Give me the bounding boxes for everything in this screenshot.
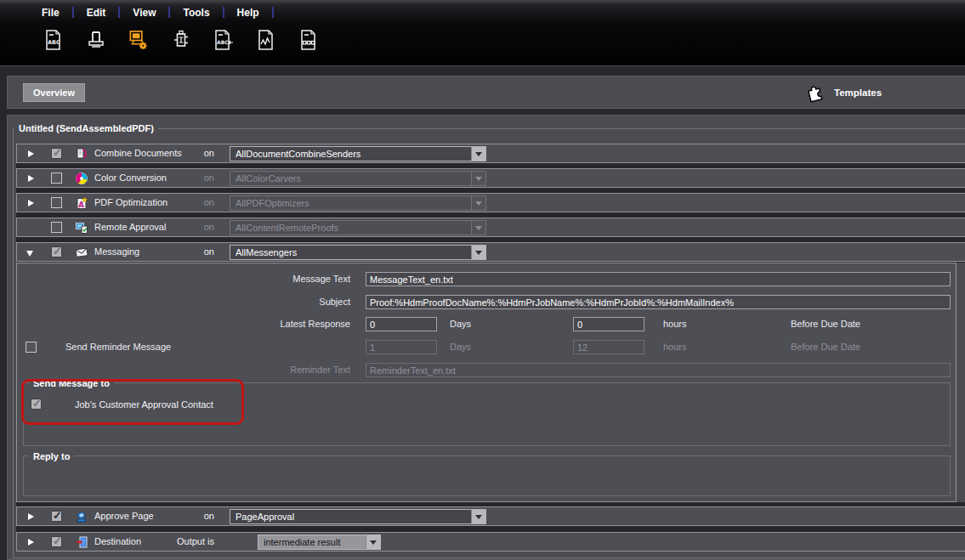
dropdown-value: intermediate result [264,535,341,549]
engine-icon [170,28,192,52]
toolbar-button-printer[interactable] [85,27,107,53]
destination-checkbox[interactable] [51,536,62,547]
combine-documents-dropdown[interactable]: AllDocumentCombineSenders [230,146,486,161]
templates-button[interactable]: Templates [803,80,882,105]
toolbar-button-workstation-settings[interactable] [128,27,150,53]
toolbar-button-document-signature[interactable] [255,27,277,53]
combine-documents-checkbox[interactable] [51,148,62,159]
reminder-days-input[interactable] [366,340,437,354]
toolbar-button-document-abc-input[interactable]: ABC [213,27,235,53]
expand-arrow-icon[interactable] [28,513,34,520]
latest-response-suffix: Before Due Date [791,317,860,331]
menu-separator [272,7,274,18]
toolbar-button-document-sequence[interactable] [298,27,320,53]
row-relation: on [153,144,214,162]
dropdown-arrow-icon[interactable] [471,196,485,210]
menu-separator [168,7,170,18]
menu-file[interactable]: File [39,7,62,19]
puzzle-icon [803,80,827,105]
menu-edit[interactable]: Edit [84,7,109,19]
combine-documents-icon [75,147,88,161]
header-band: Overview Templates [7,76,965,109]
menu-help[interactable]: Help [235,7,262,19]
document-abc-icon: ABC [43,28,65,52]
row-relation: on [153,507,214,525]
row-combine-documents: Combine Documents on AllDocumentCombineS… [16,144,965,163]
remote-approval-checkbox[interactable] [51,222,62,233]
dropdown-value: AllPDFOptimizers [236,196,309,210]
dropdown-arrow-icon[interactable] [471,147,485,161]
reply-to-group: Reply to [23,455,951,496]
latest-response-days-input[interactable] [366,317,437,331]
messaging-icon [75,246,88,259]
dropdown-arrow-icon[interactable] [471,510,485,523]
overview-button[interactable]: Overview [23,83,85,102]
menu-tools[interactable]: Tools [180,7,212,19]
toolbar: ABC [43,27,320,53]
menu-separator [223,7,224,18]
row-label: Destination [94,533,141,551]
dropdown-arrow-icon[interactable] [471,172,485,185]
expand-arrow-icon[interactable] [28,150,34,157]
row-color-conversion: Color Conversion on AllColorCarvers [16,168,965,188]
color-conversion-dropdown[interactable]: AllColorCarvers [230,171,486,186]
row-relation: on [153,169,214,187]
svg-text:ABC: ABC [48,39,60,46]
pdf-optimization-icon: A [75,196,88,210]
send-reminder-label: Send Reminder Message [65,340,171,354]
application-window: { "menu": { "items": [ {"label": "File"}… [0,0,965,560]
customer-approval-contact-checkbox[interactable] [31,399,42,410]
message-text-label: Message Text [187,272,350,286]
expand-arrow-icon[interactable] [28,175,34,182]
expand-arrow-icon[interactable] [28,200,34,206]
reminder-days-unit: Days [450,340,471,354]
destination-output-dropdown[interactable]: intermediate result [258,535,381,550]
reminder-text-input[interactable] [366,363,951,377]
dropdown-value: AllDocumentCombineSenders [236,147,360,161]
reminder-hours-unit: hours [663,340,687,354]
pdf-optimization-dropdown[interactable]: AllPDFOptimizers [230,195,486,211]
row-label: Approve Page [94,507,154,525]
reminder-text-label: Reminder Text [187,363,350,377]
customer-approval-contact-label: Job's Customer Approval Contact [75,398,213,411]
row-relation: on [153,194,214,212]
menu-bar: File Edit View Tools Help [39,5,284,20]
approve-page-icon [75,510,88,523]
workflow-group-title: Untitled (SendAssembledPDF) [14,122,158,134]
row-relation: on [153,243,214,261]
menu-view[interactable]: View [130,7,158,19]
document-sequence-icon [298,28,320,52]
svg-text:ABC: ABC [217,39,229,45]
row-remote-approval: Remote Approval on AllContentRemoteProof… [16,218,965,237]
remote-approval-dropdown[interactable]: AllContentRemoteProofs [230,220,486,235]
pdf-optimization-checkbox[interactable] [51,197,62,208]
messaging-dropdown[interactable]: AllMessengers [230,245,486,260]
dropdown-arrow-icon[interactable] [471,221,485,235]
dropdown-value: AllContentRemoteProofs [236,221,338,235]
send-reminder-checkbox[interactable] [26,342,37,353]
row-messaging: Messaging on AllMessengers [16,242,965,262]
printer-icon [85,28,107,52]
row-pdf-optimization: A PDF Optimization on AllPDFOptimizers [16,193,965,212]
latest-response-label: Latest Response [187,317,350,331]
templates-label: Templates [834,88,882,98]
dropdown-value: AllColorCarvers [236,172,301,185]
reply-to-legend: Reply to [29,450,74,462]
toolbar-button-document-abc[interactable]: ABC [43,27,65,53]
send-message-to-group: Send Message to Job's Customer Approval … [23,382,951,446]
message-text-input[interactable] [366,272,951,286]
document-signature-icon [255,28,277,52]
toolbar-button-engine[interactable] [170,27,192,53]
latest-response-hours-input[interactable] [573,317,644,331]
collapse-arrow-icon[interactable] [26,251,33,257]
messaging-checkbox[interactable] [51,246,62,257]
dropdown-arrow-icon[interactable] [366,535,380,549]
color-conversion-checkbox[interactable] [51,173,62,184]
reminder-hours-input[interactable] [573,340,644,354]
approve-page-checkbox[interactable] [51,511,62,522]
subject-input[interactable] [366,295,951,309]
dropdown-arrow-icon[interactable] [471,246,485,259]
approve-page-dropdown[interactable]: PageApproval [230,509,486,524]
expand-arrow-icon[interactable] [28,539,34,546]
top-bar: File Edit View Tools Help ABC [0,0,965,66]
